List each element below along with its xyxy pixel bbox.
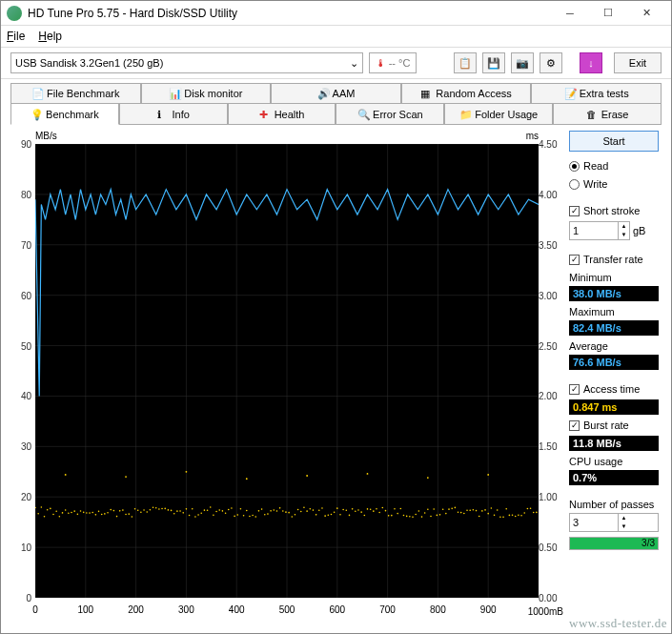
- svg-point-152: [433, 508, 435, 510]
- svg-point-61: [158, 508, 160, 510]
- svg-point-52: [132, 516, 133, 518]
- plot-area: [35, 144, 539, 598]
- svg-point-146: [415, 514, 417, 516]
- svg-point-179: [515, 516, 517, 518]
- svg-point-91: [249, 516, 251, 518]
- folder-icon: 📁: [459, 109, 471, 120]
- svg-point-46: [113, 510, 115, 512]
- svg-point-116: [324, 515, 326, 517]
- svg-point-55: [140, 511, 142, 513]
- minimize-button[interactable]: ─: [551, 3, 589, 24]
- svg-point-172: [494, 515, 496, 517]
- svg-point-96: [264, 514, 266, 516]
- svg-point-148: [421, 516, 423, 518]
- tab-aam[interactable]: 🔊AAM: [271, 83, 401, 104]
- tab-disk-monitor[interactable]: 📊Disk monitor: [141, 83, 272, 104]
- access-time-check[interactable]: Access time: [569, 381, 659, 397]
- svg-point-134: [378, 512, 380, 514]
- svg-point-72: [192, 508, 193, 510]
- drive-select[interactable]: USB Sandisk 3.2Gen1 (250 gB) ⌄: [10, 52, 363, 73]
- svg-point-67: [176, 510, 178, 512]
- svg-point-150: [427, 508, 429, 510]
- tab-error-scan[interactable]: 🔍Error Scan: [336, 104, 444, 125]
- svg-point-40: [95, 514, 97, 516]
- exit-button[interactable]: Exit: [614, 52, 662, 73]
- tab-erase[interactable]: 🗑Erase: [553, 104, 662, 125]
- tab-extra-tests[interactable]: 📝Extra tests: [531, 83, 662, 104]
- progress-bar: 3/3: [569, 537, 659, 550]
- svg-point-20: [35, 507, 36, 509]
- svg-point-129: [364, 515, 366, 517]
- svg-point-82: [222, 510, 224, 512]
- menu-help[interactable]: Help: [38, 30, 62, 43]
- short-stroke-check[interactable]: Short stroke: [569, 203, 659, 218]
- svg-point-48: [119, 510, 121, 512]
- svg-point-188: [125, 476, 127, 478]
- chevron-down-icon: ⌄: [350, 57, 358, 70]
- svg-point-29: [62, 512, 64, 514]
- burst-rate-check[interactable]: Burst rate: [569, 418, 659, 433]
- maximize-button[interactable]: ☐: [589, 3, 627, 24]
- speaker-icon: 🔊: [317, 88, 329, 99]
- svg-point-77: [207, 509, 209, 511]
- svg-point-63: [164, 508, 166, 510]
- tabs-row-2: 💡Benchmark ℹInfo ✚Health 🔍Error Scan 📁Fo…: [10, 104, 662, 125]
- svg-point-79: [213, 514, 214, 516]
- svg-point-104: [288, 512, 290, 514]
- write-radio[interactable]: Write: [569, 176, 659, 192]
- tab-benchmark[interactable]: 💡Benchmark: [10, 104, 119, 125]
- svg-point-140: [397, 513, 398, 515]
- svg-point-125: [352, 508, 354, 510]
- svg-point-184: [530, 508, 532, 510]
- settings-button[interactable]: ⚙: [540, 52, 562, 73]
- main-area: MB/s ms 1000mB 01020304050607080900.000.…: [1, 125, 671, 624]
- svg-point-180: [518, 514, 519, 516]
- svg-point-130: [367, 508, 369, 510]
- spin-down[interactable]: ▼: [618, 522, 629, 531]
- trash-icon: 🗑: [586, 109, 598, 120]
- update-button[interactable]: ↓: [580, 52, 602, 73]
- tab-info[interactable]: ℹInfo: [119, 104, 228, 125]
- spin-up[interactable]: ▲: [618, 514, 629, 522]
- screenshot-button[interactable]: 📷: [511, 52, 534, 73]
- tab-health[interactable]: ✚Health: [228, 104, 336, 125]
- passes-input[interactable]: ▲▼: [569, 513, 659, 532]
- svg-point-44: [107, 512, 109, 514]
- tab-file-benchmark[interactable]: 📄File Benchmark: [10, 83, 141, 104]
- tabs-row-1: 📄File Benchmark 📊Disk monitor 🔊AAM ▦Rand…: [10, 83, 662, 104]
- svg-point-94: [258, 510, 260, 512]
- svg-point-99: [273, 509, 275, 511]
- save-report-button[interactable]: 💾: [482, 52, 505, 73]
- svg-point-142: [403, 515, 405, 517]
- svg-point-28: [59, 516, 61, 518]
- svg-point-95: [261, 508, 263, 510]
- svg-point-118: [331, 514, 333, 516]
- tab-random-access[interactable]: ▦Random Access: [401, 83, 532, 104]
- svg-point-145: [412, 517, 414, 519]
- spin-up[interactable]: ▲: [618, 222, 629, 231]
- tab-folder-usage[interactable]: 📁Folder Usage: [444, 104, 553, 125]
- disk-icon: 💾: [487, 57, 500, 70]
- read-radio[interactable]: Read: [569, 158, 659, 174]
- short-stroke-input[interactable]: ▲▼: [569, 221, 630, 240]
- temperature-value: -- °C: [389, 57, 411, 69]
- start-button[interactable]: Start: [569, 131, 659, 152]
- svg-point-56: [143, 509, 145, 511]
- transfer-rate-check[interactable]: Transfer rate: [569, 252, 659, 267]
- close-button[interactable]: ✕: [627, 3, 665, 24]
- svg-point-84: [228, 509, 230, 511]
- spin-down[interactable]: ▼: [618, 231, 629, 239]
- svg-point-83: [225, 512, 227, 514]
- drive-select-value: USB Sandisk 3.2Gen1 (250 gB): [15, 57, 163, 69]
- svg-point-57: [146, 511, 148, 513]
- copy-info-button[interactable]: 📋: [454, 52, 477, 73]
- svg-point-154: [439, 514, 441, 516]
- menu-file[interactable]: File: [7, 30, 25, 43]
- search-icon: 🔍: [357, 109, 369, 120]
- svg-point-41: [98, 511, 100, 513]
- svg-point-43: [104, 513, 106, 515]
- checkbox-icon: [569, 384, 580, 395]
- svg-point-51: [128, 513, 130, 515]
- checkbox-icon: [569, 206, 580, 216]
- camera-icon: 📷: [516, 57, 529, 70]
